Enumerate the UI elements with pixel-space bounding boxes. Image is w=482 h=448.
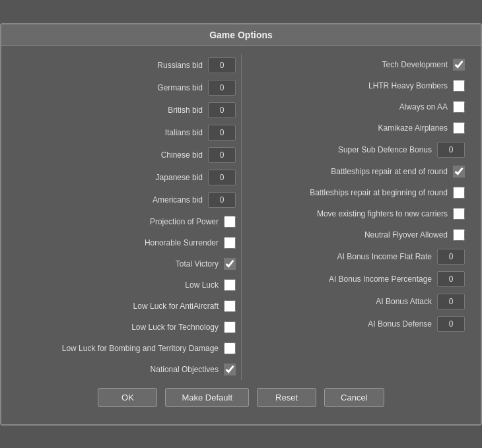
move-fighters-carriers-label: Move existing fighters to new carriers: [247, 209, 448, 218]
cancel-button[interactable]: Cancel: [324, 388, 384, 407]
americans-bid-input[interactable]: [208, 192, 236, 208]
right-column: Tech DevelopmentLHTR Heavy BombersAlways…: [241, 54, 470, 380]
low-luck-antiaircraft-label: Low Luck for AntiAircraft: [17, 302, 219, 311]
projection-of-power-label: Projection of Power: [17, 217, 219, 226]
lhtr-heavy-bombers-checkbox[interactable]: [453, 80, 465, 92]
kamikaze-airplanes-checkbox[interactable]: [453, 122, 465, 134]
battleships-repair-beginning-checkbox[interactable]: [453, 187, 465, 199]
left-row-russians-bid: Russians bid: [12, 54, 241, 77]
neutral-flyover-label: Neutral Flyover Allowed: [247, 230, 448, 240]
left-row-low-luck-antiaircraft: Low Luck for AntiAircraft: [12, 296, 241, 317]
italians-bid-input[interactable]: [208, 125, 236, 141]
tech-development-label: Tech Development: [247, 60, 448, 69]
super-sub-defence-bonus-label: Super Sub Defence Bonus: [247, 145, 432, 154]
national-objectives-label: National Objectives: [17, 365, 219, 374]
left-row-americans-bid: Americans bid: [12, 189, 241, 211]
always-on-aa-checkbox[interactable]: [453, 101, 465, 113]
honorable-surrender-checkbox[interactable]: [224, 237, 236, 249]
low-luck-technology-checkbox[interactable]: [224, 321, 236, 333]
low-luck-technology-label: Low Luck for Technology: [17, 323, 219, 332]
dialog-game-options: Game Options Russians bidGermans bidBrit…: [0, 23, 482, 426]
move-fighters-carriers-checkbox[interactable]: [453, 208, 465, 220]
neutral-flyover-checkbox[interactable]: [453, 229, 465, 241]
right-row-super-sub-defence-bonus: Super Sub Defence Bonus: [242, 139, 470, 161]
super-sub-defence-bonus-input[interactable]: [437, 142, 465, 158]
dialog-title: Game Options: [1, 24, 481, 46]
right-row-ai-bonus-attack: AI Bonus Attack: [242, 290, 470, 313]
right-row-tech-development: Tech Development: [242, 54, 470, 75]
right-row-neutral-flyover: Neutral Flyover Allowed: [242, 224, 470, 245]
tech-development-checkbox[interactable]: [453, 59, 465, 71]
right-row-ai-bonus-income-pct: AI Bonus Income Percentage: [242, 268, 470, 290]
right-row-ai-bonus-defense: AI Bonus Defense: [242, 313, 470, 335]
low-luck-antiaircraft-checkbox[interactable]: [224, 300, 236, 312]
always-on-aa-label: Always on AA: [247, 102, 448, 112]
low-luck-bombing-checkbox[interactable]: [224, 342, 236, 354]
total-victory-checkbox[interactable]: [224, 258, 236, 270]
low-luck-checkbox[interactable]: [224, 279, 236, 291]
left-row-low-luck: Low Luck: [12, 274, 241, 296]
low-luck-bombing-label: Low Luck for Bombing and Territory Damag…: [17, 344, 219, 353]
left-column: Russians bidGermans bidBritish bidItalia…: [12, 54, 241, 380]
right-row-battleships-repair-beginning: Battleships repair at beginning of round: [242, 182, 470, 203]
british-bid-label: British bid: [17, 106, 203, 115]
make-default-button[interactable]: Make Default: [165, 388, 249, 407]
germans-bid-input[interactable]: [208, 80, 236, 96]
ai-bonus-income-pct-label: AI Bonus Income Percentage: [247, 274, 432, 284]
reset-button[interactable]: Reset: [257, 388, 316, 407]
japanese-bid-input[interactable]: [208, 170, 236, 185]
russians-bid-label: Russians bid: [17, 61, 203, 70]
left-row-low-luck-technology: Low Luck for Technology: [12, 317, 241, 338]
left-row-total-victory: Total Victory: [12, 253, 241, 274]
japanese-bid-label: Japanese bid: [17, 173, 203, 182]
italians-bid-label: Italians bid: [17, 128, 203, 137]
left-row-national-objectives: National Objectives: [12, 359, 241, 380]
left-row-low-luck-bombing: Low Luck for Bombing and Territory Damag…: [12, 338, 241, 359]
right-row-ai-bonus-income-flat: AI Bonus Income Flat Rate: [242, 245, 470, 268]
ai-bonus-defense-input[interactable]: [437, 316, 465, 332]
battleships-repair-beginning-label: Battleships repair at beginning of round: [247, 188, 448, 197]
left-row-projection-of-power: Projection of Power: [12, 211, 241, 232]
projection-of-power-checkbox[interactable]: [224, 216, 236, 228]
chinese-bid-label: Chinese bid: [17, 150, 203, 160]
left-row-italians-bid: Italians bid: [12, 121, 241, 144]
left-row-honorable-surrender: Honorable Surrender: [12, 232, 241, 253]
low-luck-label: Low Luck: [17, 280, 219, 290]
battleships-repair-end-checkbox[interactable]: [453, 166, 465, 177]
ai-bonus-income-pct-input[interactable]: [437, 271, 465, 287]
russians-bid-input[interactable]: [208, 57, 236, 73]
ai-bonus-attack-input[interactable]: [437, 294, 465, 309]
left-row-germans-bid: Germans bid: [12, 77, 241, 99]
ai-bonus-income-flat-label: AI Bonus Income Flat Rate: [247, 252, 432, 261]
left-row-chinese-bid: Chinese bid: [12, 144, 241, 166]
total-victory-label: Total Victory: [17, 259, 219, 269]
ai-bonus-attack-label: AI Bonus Attack: [247, 297, 432, 306]
lhtr-heavy-bombers-label: LHTR Heavy Bombers: [247, 81, 448, 90]
ai-bonus-defense-label: AI Bonus Defense: [247, 319, 432, 329]
honorable-surrender-label: Honorable Surrender: [17, 238, 219, 247]
battleships-repair-end-label: Battleships repair at end of round: [247, 167, 448, 176]
left-row-japanese-bid: Japanese bid: [12, 166, 241, 189]
right-row-lhtr-heavy-bombers: LHTR Heavy Bombers: [242, 75, 470, 96]
ai-bonus-income-flat-input[interactable]: [437, 249, 465, 265]
germans-bid-label: Germans bid: [17, 83, 203, 92]
right-row-move-fighters-carriers: Move existing fighters to new carriers: [242, 203, 470, 224]
right-row-kamikaze-airplanes: Kamikaze Airplanes: [242, 117, 470, 139]
right-row-always-on-aa: Always on AA: [242, 96, 470, 117]
right-row-battleships-repair-end: Battleships repair at end of round: [242, 161, 470, 182]
kamikaze-airplanes-label: Kamikaze Airplanes: [247, 123, 448, 133]
british-bid-input[interactable]: [208, 102, 236, 118]
left-row-british-bid: British bid: [12, 99, 241, 121]
button-row: OK Make Default Reset Cancel: [12, 380, 470, 416]
national-objectives-checkbox[interactable]: [224, 364, 236, 375]
americans-bid-label: Americans bid: [17, 195, 203, 205]
chinese-bid-input[interactable]: [208, 147, 236, 163]
ok-button[interactable]: OK: [98, 388, 157, 407]
